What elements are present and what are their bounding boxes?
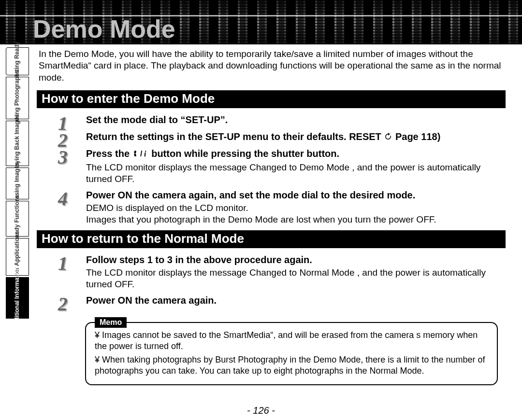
step-head-pre: Press the bbox=[86, 148, 132, 159]
step-head: Press the / i button while pressing the … bbox=[86, 148, 508, 161]
steps-return: 1 Follow steps 1 to 3 in the above proce… bbox=[58, 254, 508, 307]
page-title: Demo Mode bbox=[33, 14, 175, 43]
step-head: Set the mode dial to “SET-UP”. bbox=[86, 114, 508, 126]
section-heading-enter: How to enter the Demo Mode bbox=[37, 90, 506, 108]
memo-label: Memo bbox=[95, 317, 127, 328]
svg-text:/: / bbox=[140, 150, 143, 158]
memo-box: ¥ Images cannot be saved to the SmartMed… bbox=[85, 322, 498, 385]
memo-text: ¥ When taking photographs by Burst Photo… bbox=[95, 354, 488, 377]
step-head-post: button while pressing the shutter button… bbox=[151, 148, 339, 159]
step-1: 1 Set the mode dial to “SET-UP”. bbox=[58, 114, 508, 126]
step-number-icon: 2 bbox=[58, 293, 68, 315]
tab-additional-information[interactable]: Additional Information bbox=[6, 277, 29, 319]
steps-enter: 1 Set the mode dial to “SET-UP”. 2 Retur… bbox=[58, 114, 508, 225]
intro-paragraph: In the Demo Mode, you will have the abil… bbox=[39, 48, 508, 84]
memo-section: Memo ¥ Images cannot be saved to the Sma… bbox=[85, 311, 498, 385]
step-r2: 2 Power ON the camera again. bbox=[58, 294, 508, 307]
step-head: Power ON the camera again, and set the m… bbox=[86, 189, 508, 201]
section-heading-return: How to return to the Normal Mode bbox=[37, 230, 506, 248]
step-head: Power ON the camera again. bbox=[86, 294, 508, 307]
main-content: In the Demo Mode, you will have the abil… bbox=[39, 48, 508, 385]
step-number-icon: 1 bbox=[58, 252, 68, 275]
step-r1: 1 Follow steps 1 to 3 in the above proce… bbox=[58, 254, 508, 290]
step-head-post: Page 118) bbox=[395, 131, 440, 142]
page-number: - 126 - bbox=[0, 405, 522, 416]
step-2: 2 Return the settings in the SET-UP menu… bbox=[58, 131, 508, 143]
svg-text:i: i bbox=[144, 150, 146, 158]
step-number-icon: 4 bbox=[58, 187, 68, 210]
memo-text: ¥ Images cannot be saved to the SmartMed… bbox=[95, 330, 488, 352]
side-tabs: Getting Ready Taking Photographs Playing… bbox=[6, 46, 29, 319]
step-head: Follow steps 1 to 3 in the above procedu… bbox=[86, 254, 508, 266]
memo-item: ¥ When taking photographs by Burst Photo… bbox=[95, 354, 488, 377]
page-banner: Demo Mode bbox=[0, 0, 522, 44]
macro-info-icon: / i bbox=[132, 149, 149, 161]
step-body: The LCD monitor displays the message Cha… bbox=[86, 162, 508, 185]
step-4: 4 Power ON the camera again, and set the… bbox=[58, 189, 508, 225]
step-body: DEMO is displayed on the LCD monitor. Im… bbox=[86, 202, 508, 225]
memo-item: ¥ Images cannot be saved to the SmartMed… bbox=[95, 330, 488, 352]
step-3: 3 Press the / i button while pressing th… bbox=[58, 148, 508, 185]
step-head: Return the settings in the SET-UP menu t… bbox=[86, 131, 508, 143]
reset-arrow-icon bbox=[384, 132, 392, 141]
step-number-icon: 3 bbox=[58, 146, 68, 168]
step-head-pre: Return the settings in the SET-UP menu t… bbox=[86, 131, 384, 142]
step-body: The LCD monitor displays the message Cha… bbox=[86, 267, 508, 290]
tab-label: Additional Information bbox=[12, 263, 23, 333]
